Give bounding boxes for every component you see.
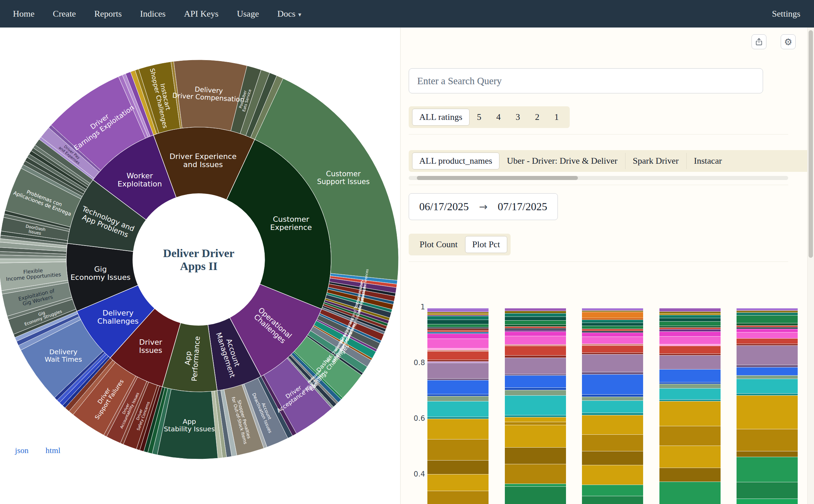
bar-segment[interactable] [427,316,489,320]
bar-segment[interactable] [505,308,566,311]
bar-segment[interactable] [427,396,489,401]
bar-segment[interactable] [582,434,643,451]
bar-segment[interactable] [737,315,798,323]
bar-segment[interactable] [505,355,566,358]
bar-segment[interactable] [427,351,489,360]
date-range-picker[interactable]: 06/17/2025 → 07/17/2025 [409,193,558,220]
bar-segment[interactable] [505,358,566,374]
bar-segment[interactable] [427,439,489,460]
bar-segment[interactable] [505,390,566,395]
nav-item-usage[interactable]: Usage [237,9,259,19]
bar-segment[interactable] [505,313,566,317]
bar-segment[interactable] [505,375,566,388]
horizontal-scrollbar-thumb[interactable] [417,176,578,180]
bar-segment[interactable] [659,446,721,468]
nav-item-indices[interactable]: Indices [140,9,165,19]
bar-segment[interactable] [427,491,489,504]
bar-segment[interactable] [427,401,489,417]
bar-segment[interactable] [659,384,721,388]
bar-segment[interactable] [659,315,721,318]
bar-segment[interactable] [659,346,721,354]
settings-gear-button[interactable]: ⚙ [781,34,796,49]
bar-segment[interactable] [505,395,566,415]
bar-segment[interactable] [737,429,798,451]
bar-segment[interactable] [505,324,566,327]
bar-segment[interactable] [582,400,643,413]
bar-segment[interactable] [505,346,566,355]
bar-segment[interactable] [659,321,721,326]
bar-segment[interactable] [505,484,566,486]
bar-segment[interactable] [737,312,798,315]
bar-segment[interactable] [582,323,643,326]
products-all-button[interactable]: ALL product_names [412,152,499,169]
stacked-bar-2[interactable] [505,308,566,504]
bar-segment[interactable] [737,482,798,499]
stacked-bar-5[interactable] [737,308,798,504]
bar-segment[interactable] [427,363,489,378]
bar-segment[interactable] [582,485,643,496]
bar-segment[interactable] [582,451,643,465]
bar-segment[interactable] [427,474,489,491]
bar-segment[interactable] [505,486,566,504]
bar-segment[interactable] [427,417,489,419]
bar-segment[interactable] [659,308,721,311]
stacked-bar-4[interactable] [659,308,721,504]
nav-item-home[interactable]: Home [13,9,35,19]
nav-item-docs[interactable]: Docs▾ [277,9,301,19]
bar-segment[interactable] [737,332,798,338]
bar-segment[interactable] [659,329,721,331]
bar-segment[interactable] [737,365,798,367]
bar-segment[interactable] [505,336,566,344]
bar-segment[interactable] [505,311,566,313]
bar-segment[interactable] [737,375,798,379]
product-option-spark-driver[interactable]: Spark Driver [625,153,686,169]
bar-segment[interactable] [505,320,566,324]
bar-segment[interactable] [427,339,489,348]
product-option-uber-driver-drive-deliver[interactable]: Uber - Driver: Drive & Deliver [499,153,625,169]
bar-segment[interactable] [427,320,489,324]
nav-item-api-keys[interactable]: API Keys [184,9,218,19]
bar-segment[interactable] [659,401,721,426]
bar-segment[interactable] [737,393,798,396]
bar-segment[interactable] [582,354,643,372]
bar-segment[interactable] [582,397,643,401]
bar-segment[interactable] [737,308,798,310]
bar-segment[interactable] [427,419,489,439]
bar-segment[interactable] [582,496,643,504]
share-button[interactable] [751,34,766,49]
bar-segment[interactable] [737,329,798,332]
plot-toggle-plot-pct[interactable]: Plot Pct [465,236,507,253]
bar-segment[interactable] [737,367,798,376]
bar-segment[interactable] [737,345,798,365]
bar-segment[interactable] [582,308,643,310]
bar-segment[interactable] [505,317,566,321]
bar-segment[interactable] [737,499,798,504]
ratings-option-4[interactable]: 4 [489,109,508,125]
json-link[interactable]: json [15,446,29,455]
bar-segment[interactable] [582,345,643,353]
ratings-option-5[interactable]: 5 [470,109,489,125]
bar-segment[interactable] [582,394,643,397]
bar-segment[interactable] [659,336,721,344]
ratings-option-2[interactable]: 2 [528,109,547,125]
ratings-all-button[interactable]: ALL ratings [412,109,470,126]
bar-segment[interactable] [505,425,566,447]
bar-segment[interactable] [737,323,798,325]
bar-segment[interactable] [659,331,721,337]
bar-segment[interactable] [582,312,643,318]
bar-segment[interactable] [582,320,643,322]
nav-item-create[interactable]: Create [53,9,76,19]
stacked-bar-3[interactable] [582,308,643,504]
nav-item-reports[interactable]: Reports [94,9,122,19]
bar-segment[interactable] [659,318,721,321]
bar-segment[interactable] [582,372,643,374]
bar-segment[interactable] [505,464,566,483]
bar-segment[interactable] [582,415,643,434]
date-end[interactable]: 07/17/2025 [498,200,547,213]
bar-segment[interactable] [427,460,489,474]
bar-segment[interactable] [659,388,721,399]
bar-segment[interactable] [427,380,489,394]
search-input[interactable] [409,68,763,93]
bar-segment[interactable] [505,331,566,336]
horizontal-scrollbar[interactable] [409,176,788,180]
